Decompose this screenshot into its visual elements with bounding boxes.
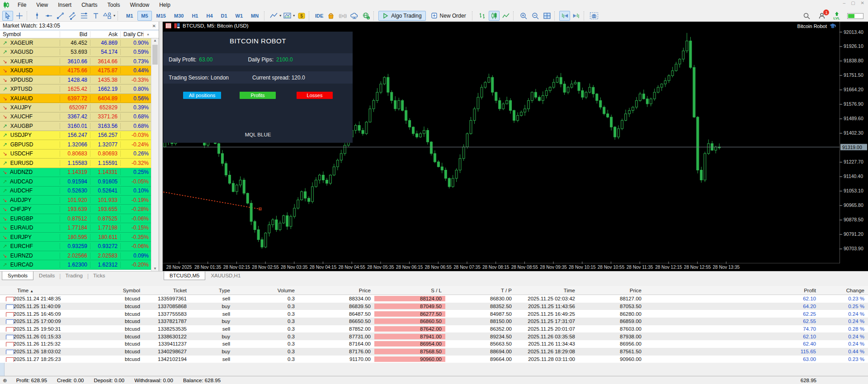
panel-splitter[interactable] xyxy=(159,22,163,271)
shapes-tool-button[interactable]: ▾ xyxy=(102,11,116,21)
timeframe-h1-button[interactable]: H1 xyxy=(188,11,202,21)
market-watch-row-xaujpy[interactable]: ↘ XAUJPY6520976528290.39% xyxy=(0,103,159,112)
mw-col-bid[interactable]: Bid xyxy=(60,31,90,37)
market-watch-row-xaueur[interactable]: ↘ XAUEUR3610.663614.660.73% xyxy=(0,57,159,66)
trade-history-row[interactable]: 2025.11.27 18:25:23btcusd1342102194sell0… xyxy=(0,356,868,363)
market-watch-column-headers[interactable]: SymbolBidAskDaily Ch...▲ xyxy=(0,30,159,38)
scrollbar-thumb[interactable] xyxy=(152,45,158,65)
market-watch-row-xauaud[interactable]: ↘ XAUAUD6397.726404.890.56% xyxy=(0,94,159,103)
tt-col-profit-2[interactable]: Profit xyxy=(645,288,820,293)
shift-chart-left-button[interactable] xyxy=(571,11,582,21)
tt-col-symbol[interactable]: Symbol xyxy=(78,288,144,293)
candlestick-mode-button[interactable] xyxy=(489,11,500,21)
market-watch-row-audchf[interactable]: ↗ AUDCHF0.526300.526410.10% xyxy=(0,187,159,196)
menu-item-insert[interactable]: Insert xyxy=(53,1,76,9)
line-chart-mode-button[interactable] xyxy=(500,11,511,21)
tt-col-price-2[interactable]: Price xyxy=(579,288,645,293)
trade-history-row[interactable]: 2025.11.24 21:48:35btcusd1335997361sell0… xyxy=(0,295,868,303)
market-watch-close-icon[interactable]: ✕ xyxy=(152,23,156,28)
chart-tab-btcusd-m5[interactable]: BTCUSD,M5 xyxy=(164,272,205,280)
market-watch-row-eurgbp[interactable]: ↘ EURGBP0.875120.87525-0.06% xyxy=(0,214,159,223)
market-watch-row-xptusd[interactable]: ↗ XPTUSD1625.421662.190.80% xyxy=(0,84,159,94)
zoom-out-button[interactable] xyxy=(530,11,541,21)
market-watch-row-audcad[interactable]: ↗ AUDCAD0.915940.91605-0.05% xyxy=(0,177,159,186)
timeframe-m30-button[interactable]: M30 xyxy=(170,11,187,21)
vertical-line-tool-button[interactable] xyxy=(32,11,42,21)
new-order-button[interactable]: New Order xyxy=(427,11,470,21)
market-watch-row-audjpy[interactable]: ↘ AUDJPY101.920101.933-0.19% xyxy=(0,196,159,205)
channel-tool-button[interactable] xyxy=(67,11,78,21)
expert-advisor-label[interactable]: Bitcoin Robot xyxy=(797,23,836,29)
timeframe-m15-button[interactable]: M15 xyxy=(153,11,170,21)
market-watch-row-xpdusd[interactable]: ↘ XPDUSD1428.481435.38-0.33% xyxy=(0,75,159,84)
trade-history-row[interactable]: 2025.11.25 11:40:09btcusd1337085868buy0.… xyxy=(0,303,868,310)
fibonacci-tool-button[interactable] xyxy=(79,11,90,21)
market-watch-row-eurjpy[interactable]: ↘ EURJPY180.595180.611-0.35% xyxy=(0,233,159,242)
market-watch-row-xageur[interactable]: ↗ XAGEUR46.45246.8690.90% xyxy=(0,38,159,47)
tt-col-time[interactable]: Time ▲ xyxy=(0,288,78,293)
horizontal-line-tool-button[interactable] xyxy=(43,11,54,21)
chart-tab-xauusd-h1[interactable]: XAUUSD,H1 xyxy=(206,272,245,280)
bar-chart-mode-button[interactable] xyxy=(477,11,488,21)
mw-col-dailych[interactable]: Daily Ch... xyxy=(121,31,144,37)
mw-tab-symbols[interactable]: Symbols xyxy=(2,272,33,280)
market-watch-row-eurusd[interactable]: ↗ EURUSD1.155831.15591-0.32% xyxy=(0,159,159,168)
tt-col-sl[interactable]: S / L xyxy=(374,288,445,293)
chart-area[interactable]: 92013.4091926.1091838.8091751.5091664.20… xyxy=(163,22,868,271)
robot-button-all-positions[interactable]: All positions xyxy=(183,92,221,99)
mw-tab-trading[interactable]: Trading xyxy=(61,272,87,280)
menu-item-file[interactable]: File xyxy=(13,1,31,9)
menu-item-window[interactable]: Window xyxy=(125,1,155,9)
close-icon[interactable]: ✕ xyxy=(861,0,864,5)
market-watch-row-eurchf[interactable]: ↗ EURCHF0.932590.93272-0.06% xyxy=(0,242,159,251)
market-watch-scrollbar[interactable]: ▲ ▼ xyxy=(151,38,159,271)
market-watch-row-xagusd[interactable]: ↗ XAGUSD53.69354.1740.59% xyxy=(0,47,159,56)
algo-trading-button[interactable]: Algo Trading xyxy=(378,11,425,21)
tt-col-time-2[interactable]: Time xyxy=(515,288,579,293)
market-watch-row-gbpusd[interactable]: ↗ GBPUSD1.320661.32077-0.24% xyxy=(0,140,159,149)
text-tool-button[interactable] xyxy=(90,11,101,21)
tt-col-price[interactable]: Price xyxy=(298,288,374,293)
timeframe-mn-button[interactable]: MN xyxy=(247,11,262,21)
menu-item-charts[interactable]: Charts xyxy=(76,1,102,9)
trade-history-row[interactable]: 2025.11.25 19:50:31btcusd1338253535sell0… xyxy=(0,325,868,333)
trade-history-row[interactable]: 2025.11.26 18:03:02btcusd1340298627buy0.… xyxy=(0,348,868,356)
indicators-button[interactable]: ▾ xyxy=(269,11,282,21)
vps-button[interactable]: + xyxy=(361,11,372,21)
market-button[interactable] xyxy=(326,11,336,21)
timeframe-m1-button[interactable]: M1 xyxy=(123,11,137,21)
user-notifications-icon[interactable]: 1 xyxy=(818,12,826,20)
trade-history-row[interactable]: 2025.11.26 11:25:32btcusd1339411237sell0… xyxy=(0,340,868,348)
market-watch-row-xauchf[interactable]: ↘ XAUCHF3367.423371.260.68% xyxy=(0,112,159,122)
market-watch-row-audnzd[interactable]: ↘ AUDNZD1.143191.143310.25% xyxy=(0,168,159,177)
menu-item-help[interactable]: Help xyxy=(154,1,175,9)
market-watch-row-xaugbp[interactable]: ↗ XAUGBP3160.013163.560.68% xyxy=(0,122,159,131)
mw-col-ask[interactable]: Ask xyxy=(90,31,121,37)
timeframe-m5-button[interactable]: M5 xyxy=(137,11,151,21)
trade-history-row[interactable]: 2025.11.26 01:15:33btcusd1338630122buy0.… xyxy=(0,332,868,340)
robot-button-losses[interactable]: Losses xyxy=(297,92,333,99)
trade-table-header[interactable]: Time ▲SymbolTicketTypeVolumePriceS / LT … xyxy=(0,286,868,295)
market-watch-row-euraud[interactable]: ↘ EURAUD1.771841.77198-0.15% xyxy=(0,223,159,232)
shift-chart-right-button[interactable] xyxy=(559,11,570,21)
mw-tab-details[interactable]: Details xyxy=(34,272,59,280)
trade-history-row[interactable]: 2025.11.25 17:00:09btcusd1337821787buy0.… xyxy=(0,318,868,325)
market-watch-row-xauusd[interactable]: ↘ XAUUSD4175.664175.870.44% xyxy=(0,66,159,75)
trendline-tool-button[interactable] xyxy=(55,11,66,21)
trade-history-row[interactable]: 2025.11.25 16:45:09btcusd1337755583sell0… xyxy=(0,310,868,318)
depth-of-market-icon[interactable] xyxy=(174,23,180,28)
cursor-tool-button[interactable] xyxy=(2,11,13,21)
search-icon[interactable] xyxy=(803,12,811,20)
mw-col-symbol[interactable]: Symbol xyxy=(0,31,60,37)
timeframe-h4-button[interactable]: H4 xyxy=(203,11,216,21)
market-watch-row-chfjpy[interactable]: ↘ CHFJPY193.639193.655-0.28% xyxy=(0,205,159,214)
market-watch-row-usdjpy[interactable]: ↗ USDJPY156.247156.257-0.03% xyxy=(0,131,159,140)
market-watch-row-usdchf[interactable]: ↘ USDCHF0.806830.806930.26% xyxy=(0,150,159,159)
tt-col-tp[interactable]: T / P xyxy=(445,288,515,293)
market-watch-row-eurnzd[interactable]: ↘ EURNZD2.025662.025830.09% xyxy=(0,251,159,260)
maximize-icon[interactable]: ▢ xyxy=(851,0,855,5)
menu-item-view[interactable]: View xyxy=(31,1,53,9)
minimize-icon[interactable]: – xyxy=(843,0,846,5)
cloud-button[interactable] xyxy=(349,11,360,21)
mw-tab-ticks[interactable]: Ticks xyxy=(89,272,109,280)
